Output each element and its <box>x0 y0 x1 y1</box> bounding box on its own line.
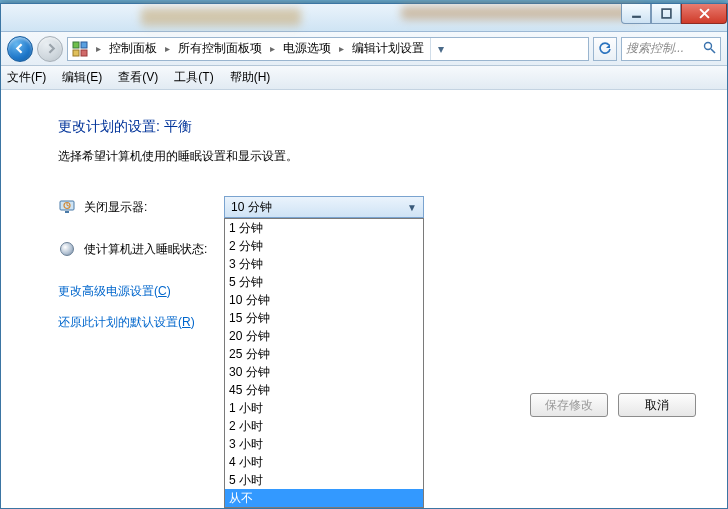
svg-line-12 <box>67 206 69 207</box>
save-button[interactable]: 保存修改 <box>530 393 608 417</box>
turn-off-display-label: 关闭显示器: <box>84 199 224 216</box>
breadcrumb-sep[interactable]: ▸ <box>337 43 346 54</box>
title-bar <box>1 4 727 32</box>
page-title: 更改计划的设置: 平衡 <box>58 118 686 136</box>
maximize-button[interactable] <box>651 4 681 24</box>
link-text: ) <box>191 315 195 329</box>
back-button[interactable] <box>7 36 33 62</box>
breadcrumb-control-panel[interactable]: 控制面板 <box>107 40 159 57</box>
dropdown-option[interactable]: 3 分钟 <box>225 255 423 273</box>
dropdown-list[interactable]: 1 分钟 2 分钟 3 分钟 5 分钟 10 分钟 15 分钟 20 分钟 25… <box>224 218 424 508</box>
link-text: ) <box>167 284 171 298</box>
breadcrumb-sep[interactable]: ▸ <box>94 43 103 54</box>
dropdown-option[interactable]: 4 小时 <box>225 453 423 471</box>
arrow-left-icon <box>14 42 27 55</box>
search-input[interactable]: 搜索控制... <box>621 37 721 61</box>
svg-rect-9 <box>65 211 69 213</box>
window-frame: ▸ 控制面板 ▸ 所有控制面板项 ▸ 电源选项 ▸ 编辑计划设置 ▾ 搜索控制.… <box>0 3 728 509</box>
link-accel: C <box>158 284 167 298</box>
content-area: 更改计划的设置: 平衡 选择希望计算机使用的睡眠设置和显示设置。 关闭显示器: … <box>2 92 726 507</box>
refresh-icon <box>598 42 612 56</box>
dropdown-option[interactable]: 5 分钟 <box>225 273 423 291</box>
menu-file[interactable]: 文件(F) <box>7 69 46 86</box>
dropdown-option[interactable]: 10 分钟 <box>225 291 423 309</box>
breadcrumb-sep[interactable]: ▸ <box>268 43 277 54</box>
menu-edit[interactable]: 编辑(E) <box>62 69 102 86</box>
title-blur <box>141 8 301 26</box>
row-turn-off-display: 关闭显示器: 10 分钟 ▼ 1 分钟 2 分钟 3 分钟 5 分钟 10 分钟… <box>58 193 686 221</box>
dropdown-option[interactable]: 30 分钟 <box>225 363 423 381</box>
close-button[interactable] <box>681 4 727 24</box>
dropdown-button[interactable]: 10 分钟 ▼ <box>224 196 424 218</box>
control-panel-icon <box>72 41 90 57</box>
refresh-button[interactable] <box>593 37 617 61</box>
dropdown-option[interactable]: 1 分钟 <box>225 219 423 237</box>
close-icon <box>699 8 710 19</box>
svg-point-6 <box>705 42 712 49</box>
turn-off-display-dropdown[interactable]: 10 分钟 ▼ 1 分钟 2 分钟 3 分钟 5 分钟 10 分钟 15 分钟 … <box>224 196 424 218</box>
title-blur-2 <box>401 6 641 20</box>
link-text: 更改高级电源设置( <box>58 284 158 298</box>
address-bar[interactable]: ▸ 控制面板 ▸ 所有控制面板项 ▸ 电源选项 ▸ 编辑计划设置 ▾ <box>67 37 589 61</box>
dropdown-option[interactable]: 25 分钟 <box>225 345 423 363</box>
moon-icon <box>58 240 76 258</box>
advanced-power-link[interactable]: 更改高级电源设置(C) <box>58 284 171 298</box>
dropdown-selected-value: 10 分钟 <box>231 199 272 216</box>
minimize-button[interactable] <box>621 4 651 24</box>
page-subtitle: 选择希望计算机使用的睡眠设置和显示设置。 <box>58 148 686 165</box>
search-placeholder: 搜索控制... <box>626 40 684 57</box>
nav-bar: ▸ 控制面板 ▸ 所有控制面板项 ▸ 电源选项 ▸ 编辑计划设置 ▾ 搜索控制.… <box>1 32 727 66</box>
restore-defaults-link[interactable]: 还原此计划的默认设置(R) <box>58 315 195 329</box>
svg-line-7 <box>711 49 715 53</box>
menu-bar: 文件(F) 编辑(E) 查看(V) 工具(T) 帮助(H) <box>1 66 727 90</box>
address-dropdown-button[interactable]: ▾ <box>430 38 450 60</box>
maximize-icon <box>661 8 672 19</box>
arrow-right-icon <box>44 42 57 55</box>
dropdown-option[interactable]: 45 分钟 <box>225 381 423 399</box>
svg-rect-3 <box>81 42 87 48</box>
cancel-button[interactable]: 取消 <box>618 393 696 417</box>
sleep-label: 使计算机进入睡眠状态: <box>84 241 224 258</box>
minimize-icon <box>631 8 642 19</box>
menu-help[interactable]: 帮助(H) <box>230 69 271 86</box>
breadcrumb-edit-plan[interactable]: 编辑计划设置 <box>350 40 426 57</box>
chevron-down-icon: ▼ <box>407 202 417 213</box>
search-icon[interactable] <box>703 41 716 57</box>
monitor-icon <box>58 198 76 216</box>
breadcrumb-power-options[interactable]: 电源选项 <box>281 40 333 57</box>
dropdown-option-never[interactable]: 从不 <box>225 489 423 507</box>
menu-view[interactable]: 查看(V) <box>118 69 158 86</box>
menu-tools[interactable]: 工具(T) <box>174 69 213 86</box>
link-text: 还原此计划的默认设置( <box>58 315 182 329</box>
link-accel: R <box>182 315 191 329</box>
dropdown-option[interactable]: 5 小时 <box>225 471 423 489</box>
svg-rect-2 <box>73 42 79 48</box>
button-row: 保存修改 取消 <box>530 393 696 417</box>
dropdown-option[interactable]: 3 小时 <box>225 435 423 453</box>
window-controls <box>621 4 727 24</box>
forward-button[interactable] <box>37 36 63 62</box>
svg-rect-1 <box>662 9 671 18</box>
svg-rect-0 <box>632 16 641 18</box>
dropdown-option[interactable]: 2 分钟 <box>225 237 423 255</box>
dropdown-option[interactable]: 1 小时 <box>225 399 423 417</box>
dropdown-option[interactable]: 2 小时 <box>225 417 423 435</box>
breadcrumb-all-items[interactable]: 所有控制面板项 <box>176 40 264 57</box>
svg-rect-5 <box>81 50 87 56</box>
dropdown-option[interactable]: 15 分钟 <box>225 309 423 327</box>
svg-rect-4 <box>73 50 79 56</box>
dropdown-option[interactable]: 20 分钟 <box>225 327 423 345</box>
breadcrumb-sep[interactable]: ▸ <box>163 43 172 54</box>
